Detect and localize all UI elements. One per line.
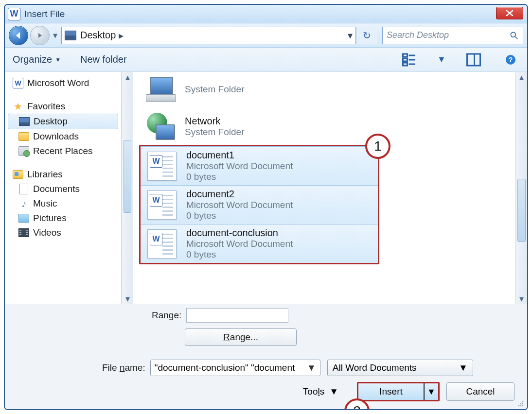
bottom-panel: Range: Range... File name: "document-con… — [5, 304, 527, 409]
chevron-down-icon: ▼ — [329, 386, 338, 397]
word-app-icon: W — [8, 8, 20, 20]
nav-forward-button[interactable] — [30, 26, 50, 45]
sidebar-item-desktop[interactable]: Desktop — [8, 114, 118, 129]
cancel-button[interactable]: Cancel — [446, 382, 514, 401]
sidebar-item-word[interactable]: W Microsoft Word — [5, 76, 121, 90]
help-button[interactable]: ? — [502, 53, 519, 67]
sidebar-item-recent[interactable]: Recent Places — [5, 144, 121, 158]
chevron-down-icon: ▼ — [55, 56, 61, 63]
toolbar: Organize ▼ New folder ▼ ? — [5, 48, 527, 72]
preview-pane-button[interactable] — [465, 53, 482, 67]
main-area: W Microsoft Word ★ Favorites Desktop Dow… — [5, 72, 527, 304]
tools-button[interactable]: Tools ▼ — [303, 386, 338, 397]
libraries-icon — [13, 170, 23, 179]
sidebar-item-downloads[interactable]: Downloads — [5, 129, 121, 144]
scroll-up-icon[interactable]: ▴ — [122, 72, 133, 83]
organize-button[interactable]: Organize ▼ — [13, 54, 61, 65]
sidebar-group-libraries[interactable]: Libraries — [5, 167, 121, 182]
scroll-thumb[interactable] — [517, 179, 526, 242]
folder-icon — [18, 132, 29, 141]
file-list: System Folder Network System Folder 1 do… — [133, 72, 515, 304]
svg-point-16 — [520, 405, 522, 407]
sidebar-item-music[interactable]: ♪ Music — [5, 196, 121, 211]
chevron-down-icon[interactable]: ▼ — [307, 362, 316, 373]
insert-button[interactable]: Insert ▼ — [357, 382, 440, 401]
sidebar-item-pictures[interactable]: Pictures — [5, 211, 121, 225]
range-label: Range: — [152, 310, 181, 321]
list-item-document1[interactable]: document1 Microsoft Word Document 0 byte… — [141, 146, 378, 185]
word-document-icon — [147, 190, 177, 220]
svg-point-15 — [518, 405, 520, 407]
view-dropdown[interactable]: ▼ — [438, 53, 445, 67]
titlebar: W Insert File — [5, 5, 527, 23]
new-folder-button[interactable]: New folder — [80, 54, 127, 65]
scroll-thumb[interactable] — [124, 140, 131, 213]
insert-file-dialog: W Insert File ▾ Desktop ▸ ▾ ↻ Search Des… — [4, 4, 528, 410]
list-item-document2[interactable]: document2 Microsoft Word Document 0 byte… — [141, 185, 378, 224]
refresh-icon: ↻ — [363, 30, 371, 41]
star-icon: ★ — [13, 101, 23, 112]
breadcrumb-separator-icon[interactable]: ▸ — [119, 30, 124, 41]
list-item-network[interactable]: Network System Folder — [139, 108, 515, 145]
pane-icon — [465, 51, 482, 69]
scroll-up-icon[interactable]: ▴ — [516, 72, 527, 83]
breadcrumb-location: Desktop — [80, 30, 116, 41]
music-icon: ♪ — [18, 198, 29, 209]
svg-rect-4 — [403, 58, 408, 61]
list-item-document-conclusion[interactable]: document-conclusion Microsoft Word Docum… — [141, 224, 378, 263]
view-mode-button[interactable] — [401, 53, 418, 67]
word-document-icon — [147, 229, 177, 259]
selected-files-group: 1 document1 Microsoft Word Document 0 by… — [139, 145, 379, 264]
close-icon — [505, 10, 514, 17]
nav-back-button[interactable] — [9, 26, 28, 45]
sidebar-item-videos[interactable]: Videos — [5, 225, 121, 240]
range-button[interactable]: Range... — [185, 328, 297, 346]
sidebar-item-documents[interactable]: Documents — [5, 182, 121, 196]
sidebar-group-favorites[interactable]: ★ Favorites — [5, 99, 121, 114]
recent-places-icon — [18, 146, 29, 156]
scroll-down-icon[interactable]: ▾ — [516, 293, 527, 304]
svg-point-14 — [522, 403, 524, 405]
filename-input[interactable]: "document-conclusion" "document ▼ — [150, 360, 320, 376]
arrow-left-icon — [14, 31, 23, 40]
filelist-scrollbar[interactable]: ▴ ▾ — [515, 72, 527, 304]
filename-label: File name: — [102, 362, 145, 373]
search-placeholder: Search Desktop — [387, 30, 509, 40]
range-input[interactable] — [186, 308, 288, 323]
computer-icon — [146, 77, 175, 102]
insert-dropdown[interactable]: ▼ — [424, 383, 438, 400]
search-input[interactable]: Search Desktop — [382, 27, 523, 44]
desktop-icon — [19, 117, 30, 126]
network-icon — [146, 113, 175, 140]
nav-row: ▾ Desktop ▸ ▾ ↻ Search Desktop — [5, 23, 527, 48]
navigation-sidebar: W Microsoft Word ★ Favorites Desktop Dow… — [5, 72, 122, 304]
svg-text:?: ? — [509, 56, 513, 64]
refresh-button[interactable]: ↻ — [356, 27, 377, 44]
file-type-filter[interactable]: All Word Documents ▼ — [327, 360, 473, 376]
scroll-down-icon[interactable]: ▾ — [122, 293, 133, 304]
search-icon — [509, 31, 519, 40]
svg-point-17 — [522, 405, 524, 407]
resize-grip-icon — [516, 399, 524, 407]
documents-icon — [19, 184, 28, 194]
close-button[interactable] — [496, 7, 523, 19]
help-icon: ? — [505, 54, 516, 66]
resize-grip[interactable] — [516, 399, 524, 407]
list-item-computer[interactable]: System Folder — [139, 74, 515, 108]
sidebar-scrollbar[interactable]: ▴ ▾ — [122, 72, 133, 304]
word-document-icon — [147, 152, 177, 181]
arrow-right-icon — [36, 32, 43, 39]
nav-history-dropdown[interactable]: ▾ — [52, 27, 58, 44]
breadcrumb-bar[interactable]: Desktop ▸ ▾ — [61, 27, 356, 44]
chevron-down-icon[interactable]: ▼ — [459, 362, 468, 373]
view-list-icon — [401, 51, 418, 69]
svg-point-0 — [511, 32, 515, 37]
svg-line-1 — [515, 36, 518, 39]
svg-point-12 — [522, 401, 524, 403]
breadcrumb-dropdown-icon[interactable]: ▾ — [348, 30, 353, 41]
svg-rect-2 — [403, 54, 408, 57]
svg-point-13 — [520, 403, 522, 405]
pictures-icon — [18, 214, 29, 223]
callout-1: 1 — [365, 134, 390, 159]
svg-rect-6 — [403, 63, 408, 66]
